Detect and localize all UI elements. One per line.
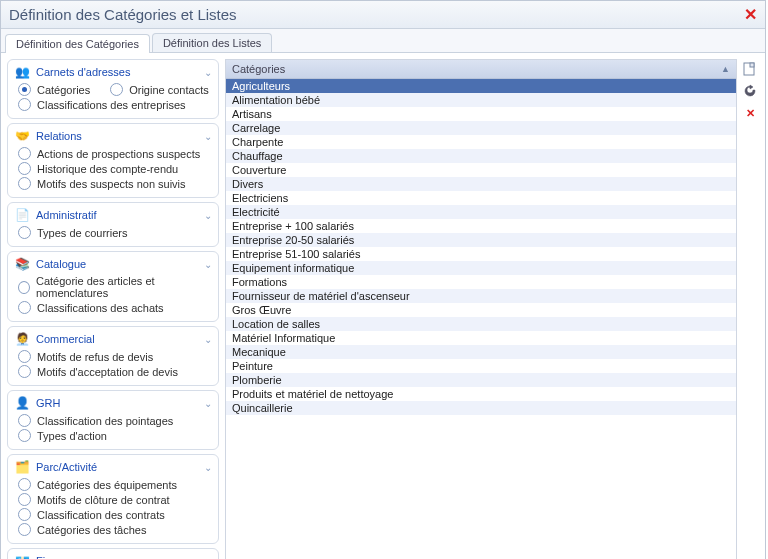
- tab-0[interactable]: Définition des Catégories: [5, 34, 150, 53]
- tab-1[interactable]: Définition des Listes: [152, 33, 272, 52]
- table-row[interactable]: Artisans: [226, 107, 736, 121]
- option[interactable]: Actions de prospections suspects: [18, 146, 212, 161]
- table-row[interactable]: Equipement informatique: [226, 261, 736, 275]
- table-row[interactable]: Entreprise 51-100 salariés: [226, 247, 736, 261]
- table-row[interactable]: Plomberie: [226, 373, 736, 387]
- group-header[interactable]: 📄Administratif⌄: [14, 207, 212, 223]
- table-row[interactable]: Couverture: [226, 163, 736, 177]
- document-icon: 📄: [14, 207, 30, 223]
- option-label: Classification des contrats: [37, 509, 165, 521]
- group-header[interactable]: 💶Finances⌄: [14, 553, 212, 559]
- hr-icon: 👤: [14, 395, 30, 411]
- table-row[interactable]: Entreprise 20-50 salariés: [226, 233, 736, 247]
- table-row[interactable]: Formations: [226, 275, 736, 289]
- option-label: Motifs de clôture de contrat: [37, 494, 170, 506]
- close-icon[interactable]: ✕: [744, 5, 757, 24]
- option[interactable]: Types d'action: [18, 428, 212, 443]
- titlebar: Définition des Catégories et Listes ✕: [1, 1, 765, 29]
- table-row[interactable]: Divers: [226, 177, 736, 191]
- table-row[interactable]: Gros Œuvre: [226, 303, 736, 317]
- option-label: Catégorie des articles et nomenclatures: [36, 275, 212, 299]
- option[interactable]: Motifs de clôture de contrat: [18, 492, 212, 507]
- radio-icon: [18, 162, 31, 175]
- users-icon: 👥: [14, 64, 30, 80]
- handshake-icon: 🤝: [14, 128, 30, 144]
- group-header[interactable]: 🗂️Parc/Activité⌄: [14, 459, 212, 475]
- sort-asc-icon: ▲: [721, 64, 730, 74]
- option[interactable]: Classifications des entreprises: [18, 97, 212, 112]
- group-header[interactable]: 👤GRH⌄: [14, 395, 212, 411]
- body: 👥Carnets d'adresses⌄CatégoriesOrigine co…: [1, 53, 765, 559]
- radio-icon: [18, 301, 31, 314]
- radio-icon: [18, 429, 31, 442]
- delete-button[interactable]: ✕: [742, 105, 758, 121]
- radio-icon: [18, 98, 31, 111]
- option-label: Classification des pointages: [37, 415, 173, 427]
- option-label: Catégories des équipements: [37, 479, 177, 491]
- new-button[interactable]: [742, 61, 758, 77]
- option[interactable]: Motifs de refus de devis: [18, 349, 212, 364]
- option[interactable]: Classifications des achats: [18, 300, 212, 315]
- group-options: Catégories des équipementsMotifs de clôt…: [18, 477, 212, 537]
- table-row[interactable]: Produits et matériel de nettoyage: [226, 387, 736, 401]
- option[interactable]: Classification des pointages: [18, 413, 212, 428]
- option-label: Types d'action: [37, 430, 107, 442]
- option[interactable]: Historique des compte-rendu: [18, 161, 212, 176]
- radio-icon: [18, 281, 30, 294]
- group-header[interactable]: 👥Carnets d'adresses⌄: [14, 64, 212, 80]
- chevron-icon: ⌄: [204, 131, 212, 142]
- group-title: Catalogue: [36, 258, 86, 270]
- option[interactable]: Catégorie des articles et nomenclatures: [18, 274, 212, 300]
- group-5: 👤GRH⌄Classification des pointagesTypes d…: [7, 390, 219, 450]
- table-row[interactable]: Entreprise + 100 salariés: [226, 219, 736, 233]
- table-row[interactable]: Matériel Informatique: [226, 331, 736, 345]
- table-row[interactable]: Carrelage: [226, 121, 736, 135]
- option[interactable]: Catégories: [18, 82, 90, 97]
- option[interactable]: Classification des contrats: [18, 507, 212, 522]
- option-label: Actions de prospections suspects: [37, 148, 200, 160]
- table-row[interactable]: Electriciens: [226, 191, 736, 205]
- option[interactable]: Catégories des équipements: [18, 477, 212, 492]
- group-title: Relations: [36, 130, 82, 142]
- group-options: Classification des pointagesTypes d'acti…: [18, 413, 212, 443]
- table-row[interactable]: Agriculteurs: [226, 79, 736, 93]
- group-header[interactable]: 📚Catalogue⌄: [14, 256, 212, 272]
- group-options: CatégoriesOrigine contactsClassification…: [18, 82, 212, 112]
- finance-icon: 💶: [14, 553, 30, 559]
- radio-icon: [18, 365, 31, 378]
- table-row[interactable]: Location de salles: [226, 317, 736, 331]
- list-header-label: Catégories: [232, 63, 285, 75]
- group-header[interactable]: 🧑‍💼Commercial⌄: [14, 331, 212, 347]
- option[interactable]: Motifs d'acceptation de devis: [18, 364, 212, 379]
- option-label: Types de courriers: [37, 227, 127, 239]
- list-header[interactable]: Catégories ▲: [226, 60, 736, 79]
- group-title: Finances: [36, 555, 81, 559]
- radio-icon: [18, 493, 31, 506]
- table-row[interactable]: Chauffage: [226, 149, 736, 163]
- option-label: Motifs d'acceptation de devis: [37, 366, 178, 378]
- table-row[interactable]: Peinture: [226, 359, 736, 373]
- group-options: Catégorie des articles et nomenclaturesC…: [18, 274, 212, 315]
- option-label: Catégories: [37, 84, 90, 96]
- table-row[interactable]: Quincaillerie: [226, 401, 736, 415]
- option[interactable]: Origine contacts: [110, 82, 208, 97]
- option-label: Catégories des tâches: [37, 524, 146, 536]
- window: Définition des Catégories et Listes ✕ Dé…: [0, 0, 766, 559]
- radio-icon: [110, 83, 123, 96]
- table-row[interactable]: Electricité: [226, 205, 736, 219]
- table-row[interactable]: Alimentation bébé: [226, 93, 736, 107]
- table-row[interactable]: Mecanique: [226, 345, 736, 359]
- table-row[interactable]: Charpente: [226, 135, 736, 149]
- table-row[interactable]: Fournisseur de matériel d'ascenseur: [226, 289, 736, 303]
- chevron-icon: ⌄: [204, 210, 212, 221]
- option-label: Origine contacts: [129, 84, 208, 96]
- option[interactable]: Catégories des tâches: [18, 522, 212, 537]
- option[interactable]: Motifs des suspects non suivis: [18, 176, 212, 191]
- chevron-icon: ⌄: [204, 398, 212, 409]
- group-options: Types de courriers: [18, 225, 212, 240]
- option[interactable]: Types de courriers: [18, 225, 212, 240]
- group-header[interactable]: 🤝Relations⌄: [14, 128, 212, 144]
- group-options: Motifs de refus de devisMotifs d'accepta…: [18, 349, 212, 379]
- chevron-icon: ⌄: [204, 334, 212, 345]
- refresh-button[interactable]: [742, 83, 758, 99]
